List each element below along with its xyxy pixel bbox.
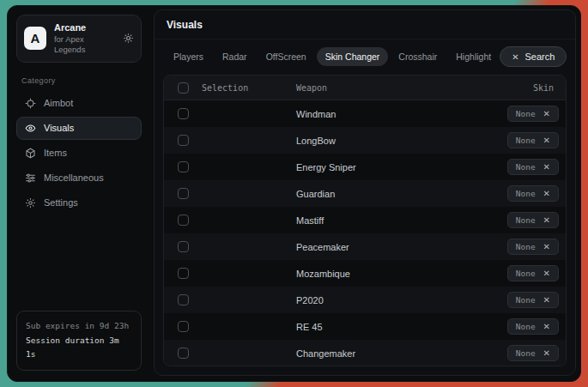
row-checkbox[interactable] bbox=[178, 161, 189, 172]
crosshair-icon bbox=[25, 98, 36, 109]
column-header-weapon: Weapon bbox=[296, 83, 492, 93]
sliders-icon bbox=[25, 172, 36, 184]
table-row: LongBowNone✕ bbox=[164, 127, 566, 154]
clear-skin-icon[interactable]: ✕ bbox=[543, 189, 550, 198]
weapon-name: Changemaker bbox=[296, 348, 492, 359]
clear-skin-icon[interactable]: ✕ bbox=[543, 322, 550, 331]
clear-skin-icon[interactable]: ✕ bbox=[543, 348, 550, 358]
weapon-name: Windman bbox=[296, 109, 492, 119]
main-header: Visuals bbox=[155, 10, 575, 39]
category-label: Category bbox=[21, 76, 136, 85]
row-checkbox[interactable] bbox=[178, 348, 189, 359]
skin-select[interactable]: None✕ bbox=[507, 265, 559, 281]
skin-select[interactable]: None✕ bbox=[507, 185, 559, 202]
skin-value: None bbox=[516, 295, 536, 305]
weapon-name: LongBow bbox=[296, 136, 492, 146]
eye-icon bbox=[25, 123, 36, 134]
table-row: PeacemakerNone✕ bbox=[164, 233, 566, 260]
skin-select[interactable]: None✕ bbox=[507, 345, 559, 361]
weapon-name: Mastiff bbox=[296, 215, 492, 226]
skin-select[interactable]: None✕ bbox=[507, 292, 559, 308]
skin-value: None bbox=[516, 109, 536, 118]
sidebar-item-settings[interactable]: Settings bbox=[16, 191, 142, 215]
weapon-name: Mozambique bbox=[296, 269, 492, 279]
sidebar-nav: AimbotVisualsItemsMiscellaneousSettings bbox=[16, 92, 142, 215]
weapon-name: Energy Sniper bbox=[296, 162, 492, 172]
tab-skin-changer[interactable]: Skin Changer bbox=[317, 47, 389, 66]
toolbar: PlayersRadarOffScreenSkin ChangerCrossha… bbox=[155, 39, 575, 73]
settings-gear-icon[interactable] bbox=[123, 33, 134, 44]
row-checkbox[interactable] bbox=[178, 268, 189, 279]
clear-skin-icon[interactable]: ✕ bbox=[543, 242, 550, 251]
row-checkbox[interactable] bbox=[178, 188, 189, 199]
table-row: WindmanNone✕ bbox=[164, 100, 566, 127]
clear-skin-icon[interactable]: ✕ bbox=[543, 136, 550, 145]
skin-select[interactable]: None✕ bbox=[507, 239, 559, 255]
table-row: MozambiqueNone✕ bbox=[164, 260, 566, 287]
skin-select[interactable]: None✕ bbox=[507, 318, 559, 335]
row-checkbox[interactable] bbox=[178, 294, 189, 305]
cube-icon bbox=[25, 148, 36, 159]
tab-highlight[interactable]: Highlight bbox=[447, 47, 500, 66]
clear-skin-icon[interactable]: ✕ bbox=[543, 269, 550, 278]
table-row: GuardianNone✕ bbox=[164, 180, 566, 207]
sidebar-item-label: Items bbox=[44, 148, 67, 158]
table-row: P2020None✕ bbox=[164, 287, 566, 313]
sidebar-item-visuals[interactable]: Visuals bbox=[16, 117, 142, 140]
skin-select[interactable]: None✕ bbox=[507, 212, 559, 228]
sidebar-item-aimbot[interactable]: Aimbot bbox=[16, 92, 142, 115]
sidebar-item-label: Aimbot bbox=[44, 98, 73, 108]
row-checkbox[interactable] bbox=[178, 135, 189, 146]
skin-select[interactable]: None✕ bbox=[507, 106, 559, 122]
weapon-name: Peacemaker bbox=[296, 242, 492, 252]
app-window: A Arcane for Apex Legends Category Aimbo… bbox=[7, 5, 581, 382]
column-header-selection: Selection bbox=[202, 83, 296, 93]
weapon-name: Guardian bbox=[296, 189, 492, 199]
sidebar-item-items[interactable]: Items bbox=[16, 142, 142, 165]
table-header-row: Selection Weapon Skin bbox=[164, 76, 566, 100]
row-checkbox[interactable] bbox=[178, 241, 189, 252]
row-checkbox[interactable] bbox=[178, 215, 189, 226]
tab-bar: PlayersRadarOffScreenSkin ChangerCrossha… bbox=[165, 47, 500, 66]
app-title: Arcane bbox=[54, 22, 115, 34]
tab-players[interactable]: Players bbox=[165, 47, 212, 66]
select-all-checkbox[interactable] bbox=[178, 82, 189, 94]
app-subtitle: for Apex Legends bbox=[54, 34, 115, 55]
weapon-name: P2020 bbox=[296, 295, 492, 305]
clear-skin-icon[interactable]: ✕ bbox=[543, 215, 550, 225]
clear-skin-icon[interactable]: ✕ bbox=[543, 162, 550, 172]
skin-select[interactable]: None✕ bbox=[507, 159, 559, 175]
clear-skin-icon[interactable]: ✕ bbox=[543, 295, 550, 305]
app-logo: A bbox=[24, 27, 46, 50]
table-row: RE 45None✕ bbox=[164, 313, 566, 340]
tab-offscreen[interactable]: OffScreen bbox=[258, 47, 315, 66]
skin-value: None bbox=[516, 189, 536, 198]
skin-value: None bbox=[516, 136, 536, 145]
tab-radar[interactable]: Radar bbox=[214, 47, 256, 66]
skin-select[interactable]: None✕ bbox=[507, 132, 559, 148]
search-button[interactable]: ✕ Search bbox=[500, 46, 567, 67]
row-checkbox[interactable] bbox=[178, 321, 189, 332]
skin-value: None bbox=[516, 269, 536, 278]
skin-value: None bbox=[516, 162, 536, 172]
skin-value: None bbox=[516, 242, 536, 251]
row-checkbox[interactable] bbox=[178, 108, 189, 119]
app-identity: Arcane for Apex Legends bbox=[54, 22, 115, 55]
skin-value: None bbox=[516, 322, 536, 331]
search-button-label: Search bbox=[525, 51, 555, 62]
page-title: Visuals bbox=[167, 19, 563, 31]
sidebar: A Arcane for Apex Legends Category Aimbo… bbox=[8, 6, 150, 381]
skin-value: None bbox=[516, 348, 536, 358]
table-row: MastiffNone✕ bbox=[164, 207, 566, 233]
column-header-skin: Skin bbox=[492, 83, 566, 93]
table-row: ChangemakerNone✕ bbox=[164, 340, 566, 366]
x-icon: ✕ bbox=[512, 52, 518, 62]
weapon-name: RE 45 bbox=[296, 322, 492, 332]
sidebar-item-label: Settings bbox=[44, 197, 78, 208]
skin-value: None bbox=[516, 215, 536, 225]
session-duration-text: Session duration 3m 1s bbox=[26, 334, 132, 362]
sidebar-item-miscellaneous[interactable]: Miscellaneous bbox=[16, 166, 142, 190]
clear-skin-icon[interactable]: ✕ bbox=[543, 109, 550, 118]
gear-icon bbox=[25, 197, 36, 209]
tab-crosshair[interactable]: Crosshair bbox=[390, 47, 446, 66]
